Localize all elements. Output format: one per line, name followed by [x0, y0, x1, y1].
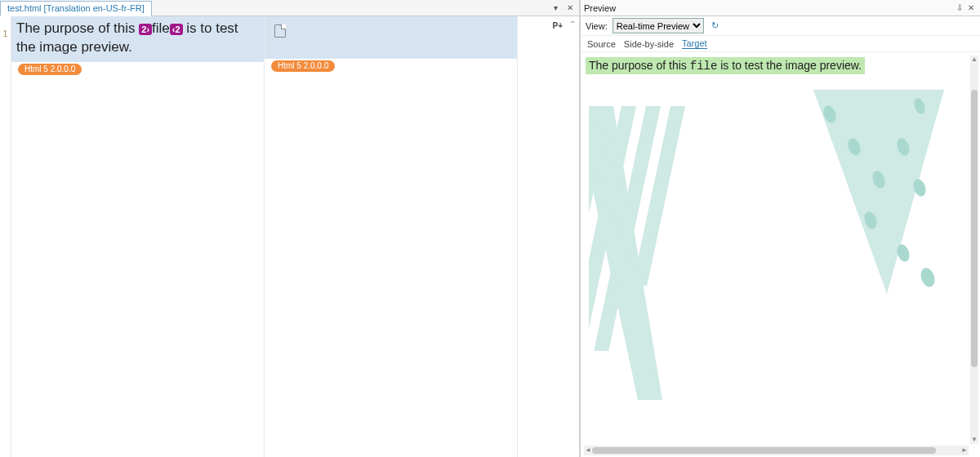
vertical-scrollbar[interactable]: ▲ ▼: [970, 55, 978, 444]
editor-pane: test.html [Translation en-US-fr-FR] ▾ ✕ …: [0, 0, 580, 457]
tab-dropdown-icon[interactable]: ▾: [550, 2, 561, 14]
segment-status-badge[interactable]: P+: [552, 21, 563, 30]
rendered-text-before: The purpose of this: [589, 59, 690, 72]
filter-chip[interactable]: Html 5 2.0.0.0: [271, 60, 335, 72]
scroll-down-arrow-icon[interactable]: ▼: [970, 436, 978, 444]
seg-text: The purpose of this: [16, 20, 139, 36]
rendered-code: file: [690, 60, 718, 73]
target-segment[interactable]: [265, 16, 517, 59]
tab-source[interactable]: Source: [587, 39, 616, 49]
row-gutter: 1: [0, 16, 11, 457]
horizontal-scrollbar[interactable]: ◄ ►: [584, 446, 969, 455]
horizontal-scroll-thumb[interactable]: [592, 447, 936, 454]
tag-open-icon[interactable]: 2›: [139, 24, 152, 35]
svg-point-14: [918, 266, 937, 289]
source-column: The purpose of this 2›file‹2 is to test …: [11, 16, 265, 457]
seg-tagged-word: file: [152, 20, 170, 36]
decorative-drops-icon: [797, 90, 944, 302]
rendered-sentence: The purpose of this file is to test the …: [586, 57, 865, 74]
filter-row-target: Html 5 2.0.0.0: [265, 59, 517, 73]
scroll-right-arrow-icon[interactable]: ►: [960, 446, 969, 455]
target-column: Html 5 2.0.0.0: [265, 16, 518, 457]
tag-close-icon[interactable]: ‹2: [170, 24, 183, 35]
tab-side-by-side[interactable]: Side-by-side: [624, 39, 674, 49]
view-bar: View: Real-time Preview ↻: [581, 16, 980, 36]
preview-pane: Preview ⇩ ✕ View: Real-time Preview ↻ So…: [580, 0, 980, 457]
scroll-up-icon[interactable]: ⌃: [569, 20, 576, 29]
tab-target[interactable]: Target: [682, 38, 707, 49]
filter-chip[interactable]: Html 5 2.0.0.0: [18, 64, 82, 75]
preview-titlebar: Preview ⇩ ✕: [581, 0, 980, 16]
view-label: View:: [586, 21, 608, 31]
preview-title: Preview: [584, 3, 616, 13]
scroll-left-arrow-icon[interactable]: ◄: [584, 446, 592, 455]
scroll-up-arrow-icon[interactable]: ▲: [970, 55, 978, 64]
status-column: P+ ⌃: [518, 16, 579, 457]
preview-content: The purpose of this file is to test the …: [581, 52, 980, 457]
rendered-text-after: is to test the image preview.: [717, 59, 862, 72]
preview-tabs: Source Side-by-side Target: [581, 36, 980, 52]
tab-close-icon[interactable]: ✕: [564, 2, 576, 14]
pin-icon[interactable]: ⇩: [954, 2, 965, 14]
refresh-icon[interactable]: ↻: [709, 20, 722, 33]
view-mode-select[interactable]: Real-time Preview: [612, 18, 704, 33]
decorative-stripes-icon: [589, 106, 711, 400]
filter-row-source: Html 5 2.0.0.0: [11, 62, 264, 77]
document-tab[interactable]: test.html [Translation en-US-fr-FR]: [0, 1, 152, 16]
row-number: 1: [0, 29, 11, 38]
editor-body: 1 The purpose of this 2›file‹2 is to tes…: [0, 16, 579, 457]
source-segment[interactable]: The purpose of this 2›file‹2 is to test …: [11, 16, 264, 62]
vertical-scroll-thumb[interactable]: [971, 90, 978, 367]
close-icon[interactable]: ✕: [965, 2, 977, 14]
preview-viewport[interactable]: The purpose of this file is to test the …: [586, 57, 969, 442]
document-icon: [274, 24, 286, 38]
document-tabstrip: test.html [Translation en-US-fr-FR] ▾ ✕: [0, 0, 579, 16]
